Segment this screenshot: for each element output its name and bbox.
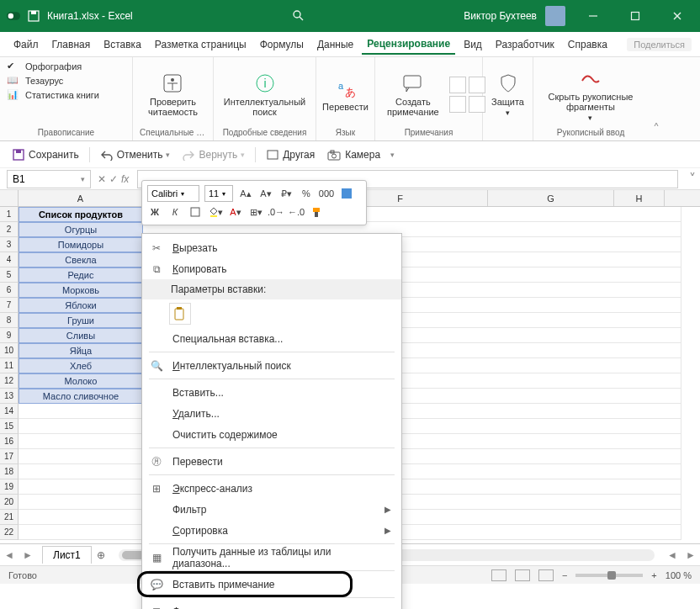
increase-decimal-icon[interactable]: .0→ [268, 204, 284, 220]
close-button[interactable] [658, 0, 697, 32]
row-header[interactable]: 21 [0, 510, 19, 525]
prev-comment-button[interactable] [449, 77, 466, 93]
minimize-button[interactable] [574, 0, 612, 32]
tab-review[interactable]: Рецензирование [362, 34, 455, 55]
tab-scroll-left[interactable]: ◄ [0, 549, 19, 561]
mini-fontsize-select[interactable]: 11▾ [204, 185, 233, 202]
fx-icon[interactable]: fx [121, 173, 129, 185]
font-color-button[interactable]: A▾ [228, 204, 243, 220]
cell[interactable]: Яйца [19, 343, 143, 358]
comma-format-icon[interactable]: 000 [319, 186, 334, 201]
cell[interactable] [19, 495, 143, 510]
tab-scroll-right[interactable]: ► [19, 549, 37, 561]
qat-redo-button[interactable]: Вернуть▾ [178, 147, 248, 162]
spelling-button[interactable]: ✔Орфография [7, 61, 82, 72]
row-header[interactable]: 14 [0, 404, 19, 419]
cell[interactable]: Груши [19, 313, 143, 328]
scroll-left-button[interactable]: ◄ [663, 549, 681, 561]
format-painter-icon[interactable] [309, 204, 324, 220]
select-all-corner[interactable] [0, 190, 19, 206]
mini-font-select[interactable]: Calibri▾ [147, 185, 199, 202]
row-header[interactable]: 20 [0, 495, 19, 510]
accounting-format-icon[interactable]: ₽▾ [278, 186, 294, 201]
qat-save-button[interactable]: Сохранить [8, 146, 82, 163]
user-name-label[interactable]: Виктор Бухтеев [464, 10, 537, 22]
tab-layout[interactable]: Разметка страницы [150, 35, 252, 54]
percent-format-icon[interactable]: % [299, 186, 314, 201]
tab-home[interactable]: Главная [47, 35, 96, 54]
tab-help[interactable]: Справка [563, 35, 612, 54]
cell[interactable]: Огурцы [19, 222, 143, 237]
thesaurus-button[interactable]: 📖Тезаурус [7, 75, 63, 87]
row-header[interactable]: 8 [0, 313, 19, 328]
row-header[interactable]: 4 [0, 252, 19, 267]
autosave-toggle-icon[interactable] [7, 9, 20, 23]
column-header-G[interactable]: G [488, 190, 614, 206]
zoom-level-label[interactable]: 100 % [666, 570, 692, 580]
sheet-tab-1[interactable]: Лист1 [42, 546, 92, 564]
add-sheet-button[interactable]: ⊕ [92, 549, 110, 561]
cell[interactable]: Свекла [19, 252, 143, 267]
cell[interactable] [19, 449, 143, 464]
row-header[interactable]: 18 [0, 464, 19, 479]
cell[interactable]: Морковь [19, 283, 143, 298]
check-accessibility-button[interactable]: Проверить читаемость [143, 70, 203, 119]
ctx-smart-lookup[interactable]: 🔍Интеллектуальный поиск [142, 355, 401, 376]
formula-bar-expand[interactable]: ˅ [685, 171, 700, 187]
ctx-copy[interactable]: ⧉Копировать [142, 258, 401, 279]
smart-lookup-button[interactable]: i Интеллектуальный поиск [219, 70, 310, 119]
new-comment-button[interactable]: Создать примечание [382, 70, 444, 119]
name-box[interactable]: B1▾ [7, 170, 91, 188]
ctx-clear-contents[interactable]: Очистить содержимое [142, 424, 401, 445]
qat-undo-button[interactable]: Отменить▾ [97, 147, 174, 162]
ctx-get-data-from-table[interactable]: ▦Получить данные из таблицы или диапазон… [142, 547, 401, 568]
workbook-stats-button[interactable]: 📊Статистика книги [7, 89, 99, 101]
cell[interactable] [19, 404, 143, 419]
row-header[interactable]: 22 [0, 525, 19, 540]
ctx-insert[interactable]: Вставить... [142, 382, 401, 403]
row-header[interactable]: 1 [0, 207, 19, 222]
cell[interactable] [19, 525, 143, 540]
cell[interactable]: Молоко [19, 373, 143, 389]
cell[interactable]: Масло сливочное [19, 389, 143, 404]
normal-view-button[interactable] [491, 569, 506, 581]
column-header-H[interactable]: H [614, 190, 665, 206]
cell[interactable]: Хлеб [19, 358, 143, 373]
page-layout-view-button[interactable] [515, 569, 530, 581]
tab-formulas[interactable]: Формулы [255, 35, 309, 54]
cell[interactable]: Яблоки [19, 298, 143, 313]
row-header[interactable]: 13 [0, 389, 19, 404]
search-icon[interactable] [292, 9, 305, 23]
ribbon-collapse-button[interactable]: ˄ [648, 57, 665, 140]
ctx-insert-comment[interactable]: 💬Вставить примечание [142, 574, 401, 595]
row-header[interactable]: 10 [0, 343, 19, 358]
cell[interactable]: Сливы [19, 328, 143, 343]
ctx-sort[interactable]: Сортировка▶ [142, 520, 401, 541]
translate-button[interactable]: aあ Перевести [317, 75, 374, 114]
decrease-decimal-icon[interactable]: ←.0 [289, 204, 304, 220]
increase-font-icon[interactable]: A▴ [238, 186, 253, 201]
tab-view[interactable]: Вид [459, 35, 487, 54]
share-button[interactable]: Поделиться [627, 38, 692, 51]
ctx-translate[interactable]: ㊊Перевести [142, 451, 401, 472]
fill-color-button[interactable]: ▾ [208, 204, 223, 220]
zoom-slider[interactable] [575, 574, 643, 577]
cell[interactable]: Помидоры [19, 237, 143, 252]
column-header-A[interactable]: A [19, 190, 143, 206]
ctx-cut[interactable]: ✂Вырезать [142, 237, 401, 258]
row-header[interactable]: 15 [0, 419, 19, 434]
hide-ink-button[interactable]: Скрыть рукописные фрагменты▾ [544, 65, 639, 124]
page-break-view-button[interactable] [538, 569, 554, 581]
cell[interactable] [19, 479, 143, 495]
border-button[interactable] [188, 204, 203, 220]
conditional-format-icon[interactable] [339, 186, 354, 201]
cell[interactable] [19, 419, 143, 434]
row-header[interactable]: 6 [0, 283, 19, 298]
row-header[interactable]: 5 [0, 267, 19, 283]
row-header[interactable]: 19 [0, 479, 19, 495]
tab-data[interactable]: Данные [312, 35, 358, 54]
maximize-button[interactable] [616, 0, 655, 32]
qat-camera-button[interactable]: Камера [323, 147, 384, 162]
borders-dropdown-button[interactable]: ⊞▾ [248, 204, 263, 220]
cell[interactable]: Список продуктов [19, 207, 143, 222]
